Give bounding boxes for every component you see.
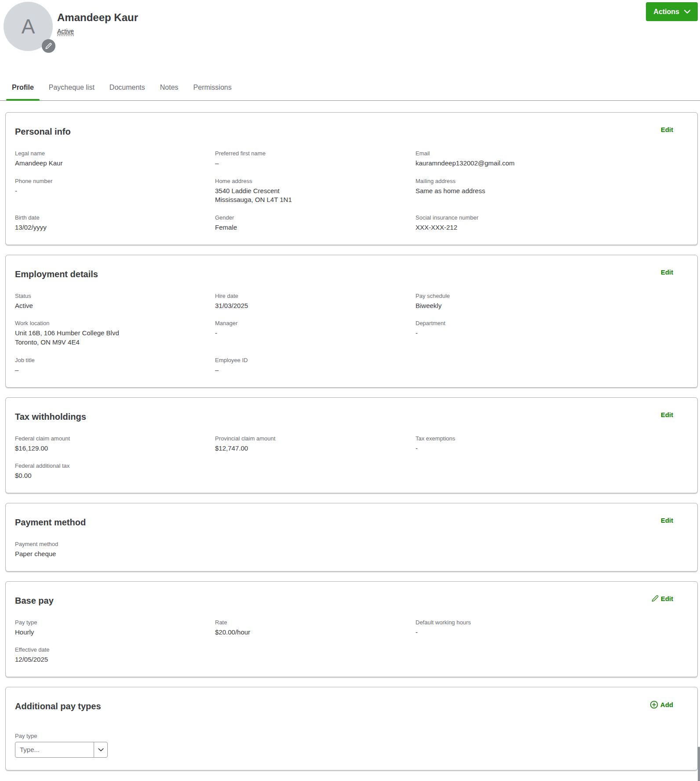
employee-profile-page: A Amandeep Kaur Active Actions Profile P… — [0, 0, 700, 781]
avatar-letter: A — [22, 15, 35, 38]
card-additional-pay-types: Additional pay types Add Pay type Type..… — [5, 687, 698, 770]
chevron-down-icon — [684, 10, 690, 14]
tax-withholdings-title: Tax withholdings — [15, 412, 688, 422]
field-label: Legal name — [15, 150, 215, 157]
tab-documents[interactable]: Documents — [104, 84, 151, 100]
field-value: Hourly — [15, 628, 215, 637]
field-value: kauramndeep132002@gmail.com — [416, 159, 688, 168]
field-label: Preferred first name — [215, 150, 416, 157]
tax-withholdings-fields: Federal claim amount$16,129.00Provincial… — [15, 435, 688, 480]
additional-pay-types-title: Additional pay types — [15, 701, 688, 711]
field-gender: GenderFemale — [215, 214, 416, 232]
field-federal-claim-amount: Federal claim amount$16,129.00 — [15, 435, 215, 453]
field-label: Employee ID — [215, 357, 416, 363]
field-phone-number: Phone number- — [15, 178, 215, 205]
field-status: StatusActive — [15, 293, 215, 311]
edit-label: Edit — [661, 595, 673, 602]
field-label: Status — [15, 293, 215, 299]
tab-permissions[interactable]: Permissions — [188, 84, 237, 100]
payment-method-edit-link[interactable]: Edit — [661, 517, 673, 524]
personal-info-fields: Legal nameAmandeep KaurPreferred first n… — [15, 150, 688, 232]
field-label: Hire date — [215, 293, 416, 299]
field-value: - — [416, 444, 688, 453]
field-value: Paper cheque — [15, 550, 215, 559]
employment-details-fields: StatusActiveHire date31/03/2025Pay sched… — [15, 293, 688, 375]
field-label: Pay type — [15, 619, 215, 626]
personal-info-edit-link[interactable]: Edit — [661, 126, 673, 133]
add-label: Add — [660, 701, 673, 708]
field-value: Female — [215, 223, 416, 232]
scrollbar[interactable] — [698, 747, 700, 781]
pay-type-field: Pay type Type... — [15, 733, 688, 758]
field-label: Mailing address — [416, 178, 688, 184]
card-base-pay: Base pay Edit Pay typeHourlyRate$20.00/h… — [5, 581, 698, 677]
field-value: – — [15, 366, 215, 375]
base-pay-fields: Pay typeHourlyRate$20.00/hourDefault wor… — [15, 619, 688, 664]
avatar[interactable]: A — [4, 2, 53, 51]
additional-pay-types-add-link[interactable]: Add — [650, 700, 673, 709]
field-pay-type: Pay typeHourly — [15, 619, 215, 637]
actions-button[interactable]: Actions — [646, 2, 698, 21]
field-label: Rate — [215, 619, 416, 626]
field-value: 13/02/yyyy — [15, 223, 215, 232]
field-label: Tax exemptions — [416, 435, 688, 442]
payment-method-title: Payment method — [15, 517, 688, 528]
field-value: Amandeep Kaur — [15, 159, 215, 168]
pencil-icon — [652, 595, 659, 602]
field-label: Default working hours — [416, 619, 688, 626]
field-label: Work location — [15, 320, 215, 326]
field-social-insurance-number: Social insurance numberXXX-XXX-212 — [416, 214, 688, 232]
field-hire-date: Hire date31/03/2025 — [215, 293, 416, 311]
field-value: - — [416, 329, 688, 338]
field-label: Birth date — [15, 214, 215, 221]
tab-bar: Profile Paycheque list Documents Notes P… — [0, 75, 700, 101]
employment-details-edit-link[interactable]: Edit — [661, 268, 673, 276]
field-value: $0.00 — [15, 471, 215, 480]
field-value: $20.00/hour — [215, 628, 416, 637]
field-manager: Manager- — [215, 320, 416, 347]
status-link[interactable]: Active — [57, 28, 74, 36]
field-value: - — [215, 329, 416, 338]
field-value: $16,129.00 — [15, 444, 215, 453]
avatar-pencil-icon[interactable] — [42, 39, 55, 53]
field-value: 3540 Laddie Crescent Mississauga, ON L4T… — [215, 187, 416, 205]
field-value: Biweekly — [416, 301, 688, 311]
tab-notes[interactable]: Notes — [154, 84, 184, 100]
edit-label: Edit — [661, 126, 673, 133]
pay-type-select[interactable]: Type... — [15, 742, 108, 758]
employment-details-title: Employment details — [15, 269, 688, 279]
field-label: Manager — [215, 320, 416, 326]
field-job-title: Job title– — [15, 357, 215, 375]
field-work-location: Work locationUnit 16B, 106 Humber Colleg… — [15, 320, 215, 347]
field-label: Phone number — [15, 178, 215, 184]
tax-withholdings-edit-link[interactable]: Edit — [661, 411, 673, 418]
field-rate: Rate$20.00/hour — [215, 619, 416, 637]
field-preferred-first-name: Preferred first name– — [215, 150, 416, 168]
field-tax-exemptions: Tax exemptions- — [416, 435, 688, 453]
field-label: Provincial claim amount — [215, 435, 416, 442]
payment-method-fields: Payment methodPaper cheque — [15, 541, 688, 559]
tab-paycheque-list[interactable]: Paycheque list — [43, 84, 100, 100]
card-personal-info: Personal info Edit Legal nameAmandeep Ka… — [5, 112, 698, 245]
field-value: 12/05/2025 — [15, 655, 215, 664]
profile-header: A Amandeep Kaur Active Actions — [0, 0, 700, 75]
field-value: 31/03/2025 — [215, 301, 416, 311]
tab-profile[interactable]: Profile — [6, 84, 40, 100]
chevron-down-icon[interactable] — [94, 742, 107, 757]
base-pay-edit-link[interactable]: Edit — [652, 595, 673, 602]
header-text: Amandeep Kaur Active — [57, 11, 138, 36]
edit-label: Edit — [661, 411, 673, 418]
field-default-working-hours: Default working hours- — [416, 619, 688, 637]
field-label: Job title — [15, 357, 215, 363]
field-label: Gender — [215, 214, 416, 221]
field-pay-schedule: Pay scheduleBiweekly — [416, 293, 688, 311]
pay-type-select-placeholder: Type... — [15, 742, 94, 757]
card-employment-details: Employment details Edit StatusActiveHire… — [5, 255, 698, 388]
field-value: XXX-XXX-212 — [416, 223, 688, 232]
field-birth-date: Birth date13/02/yyyy — [15, 214, 215, 232]
field-label: Social insurance number — [416, 214, 688, 221]
base-pay-title: Base pay — [15, 596, 688, 606]
field-label: Email — [416, 150, 688, 157]
field-value: Same as home address — [416, 187, 688, 196]
edit-label: Edit — [661, 517, 673, 524]
